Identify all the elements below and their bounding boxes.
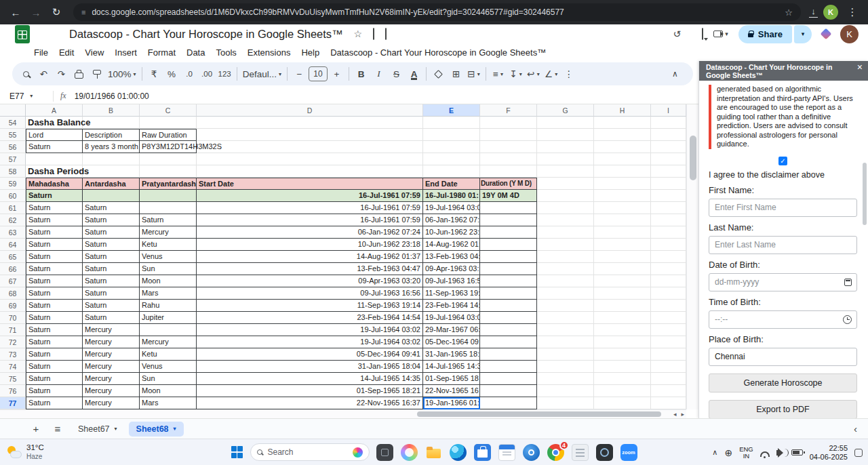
all-sheets-button[interactable]: ≡ xyxy=(49,423,66,434)
clock-icon[interactable] xyxy=(843,315,852,324)
cell-B76[interactable]: Mercury xyxy=(83,385,140,397)
cell-C64[interactable]: Ketu xyxy=(140,239,197,251)
cell-C73[interactable]: Ketu xyxy=(140,348,197,361)
bold-button[interactable]: B xyxy=(353,65,370,83)
cell-H68[interactable] xyxy=(594,287,651,300)
row-header-56[interactable]: 56 xyxy=(0,141,26,153)
cell-H64[interactable] xyxy=(594,239,651,251)
last-name-input[interactable] xyxy=(709,236,857,254)
vertical-align-button[interactable]: ↧▾ xyxy=(507,65,524,83)
share-dropdown-button[interactable]: ▾ xyxy=(794,25,812,43)
cell-A67[interactable]: Saturn xyxy=(26,275,83,287)
italic-button[interactable]: I xyxy=(370,65,387,83)
cell-F70[interactable] xyxy=(480,312,537,324)
cell-C58[interactable] xyxy=(140,165,197,178)
cell-G63[interactable] xyxy=(537,226,594,239)
cell-F64[interactable] xyxy=(480,239,537,251)
cell-E68[interactable]: 11-Sep-1963 19: xyxy=(423,287,480,300)
cell-B69[interactable]: Saturn xyxy=(83,300,140,312)
cell-B66[interactable]: Saturn xyxy=(83,263,140,275)
cell-B64[interactable]: Saturn xyxy=(83,239,140,251)
cell-I57[interactable] xyxy=(651,153,686,165)
gemini-icon[interactable] xyxy=(821,28,832,40)
cell-C54[interactable] xyxy=(140,117,197,129)
cell-H60[interactable] xyxy=(594,190,651,202)
cell-E59[interactable]: End Date xyxy=(423,178,480,190)
cell-A59[interactable]: Mahadasha xyxy=(26,178,83,190)
cell-E65[interactable]: 13-Feb-1963 04: xyxy=(423,251,480,263)
cell-D76[interactable]: 01-Sep-1965 18:21 xyxy=(197,385,423,397)
cell-A63[interactable]: Saturn xyxy=(26,226,83,239)
cell-G59[interactable] xyxy=(537,178,594,190)
menu-datascoop-addon[interactable]: Datascoop - Chart Your Horoscope in Goog… xyxy=(325,45,551,60)
cell-G73[interactable] xyxy=(537,348,594,361)
vertical-scrollbar[interactable] xyxy=(686,104,698,409)
cell-A65[interactable]: Saturn xyxy=(26,251,83,263)
cell-D58[interactable] xyxy=(197,165,423,178)
cell-A58[interactable]: Dasha Periods xyxy=(26,165,83,178)
refresh-icon[interactable]: ↻ xyxy=(47,3,65,21)
currency-format-button[interactable]: ₹ xyxy=(146,65,163,83)
star-document-icon[interactable]: ☆ xyxy=(354,28,363,39)
paint-format-button[interactable] xyxy=(88,65,105,83)
menu-help[interactable]: Help xyxy=(296,45,325,60)
cell-E55[interactable] xyxy=(423,129,480,141)
cell-D59[interactable]: Start Date xyxy=(197,178,423,190)
name-box-dropdown-icon[interactable]: ▾ xyxy=(30,93,33,99)
cell-F56[interactable] xyxy=(480,141,537,153)
cell-E73[interactable]: 31-Jan-1965 18: xyxy=(423,348,480,361)
cell-A55[interactable]: Lord xyxy=(26,129,83,141)
agree-checkbox[interactable]: ✓ xyxy=(778,157,787,165)
cell-C69[interactable]: Rahu xyxy=(140,300,197,312)
cell-E75[interactable]: 01-Sep-1965 18 xyxy=(423,373,480,385)
row-header-65[interactable]: 65 xyxy=(0,251,26,263)
row-header-68[interactable]: 68 xyxy=(0,287,26,300)
row-header-60[interactable]: 60 xyxy=(0,190,26,202)
cell-B71[interactable]: Mercury xyxy=(83,324,140,336)
pinned-dark-icon[interactable] xyxy=(376,444,393,461)
cell-D64[interactable]: 10-Jun-1962 23:18 xyxy=(197,239,423,251)
edge-icon[interactable] xyxy=(450,444,467,461)
column-header-B[interactable]: B xyxy=(83,104,140,117)
cell-I61[interactable] xyxy=(651,202,686,214)
vertical-scrollbar-thumb[interactable] xyxy=(690,136,696,180)
cell-I69[interactable] xyxy=(651,300,686,312)
cell-F57[interactable] xyxy=(480,153,537,165)
row-header-57[interactable]: 57 xyxy=(0,153,26,165)
cell-I55[interactable] xyxy=(651,129,686,141)
cell-G76[interactable] xyxy=(537,385,594,397)
cell-I65[interactable] xyxy=(651,251,686,263)
cell-B56[interactable]: 8 years 3 month xyxy=(83,141,140,153)
cell-B59[interactable]: Antardasha xyxy=(83,178,140,190)
cell-I64[interactable] xyxy=(651,239,686,251)
notes-icon[interactable] xyxy=(572,444,589,461)
cell-A73[interactable]: Saturn xyxy=(26,348,83,361)
file-explorer-icon[interactable] xyxy=(425,444,442,461)
cell-I56[interactable] xyxy=(651,141,686,153)
cell-C59[interactable]: Pratyantardash xyxy=(140,178,197,190)
hidden-icons-chevron[interactable]: ∧ xyxy=(712,448,717,457)
font-select[interactable]: Defaul...▾ xyxy=(241,65,283,83)
cell-C65[interactable]: Venus xyxy=(140,251,197,263)
row-header-63[interactable]: 63 xyxy=(0,226,26,239)
percent-format-button[interactable]: % xyxy=(163,65,180,83)
cell-G71[interactable] xyxy=(537,324,594,336)
cell-B77[interactable]: Mercury xyxy=(83,397,140,409)
row-header-71[interactable]: 71 xyxy=(0,324,26,336)
tab-sheet67-dropdown-icon[interactable]: ▾ xyxy=(115,426,117,432)
row-header-58[interactable]: 58 xyxy=(0,165,26,178)
cell-H70[interactable] xyxy=(594,312,651,324)
hide-controls-icon[interactable]: ∧ xyxy=(667,65,684,83)
cell-I54[interactable] xyxy=(651,117,686,129)
name-box[interactable]: E77 ▾ xyxy=(0,92,53,101)
cell-G68[interactable] xyxy=(537,287,594,300)
cell-A61[interactable]: Saturn xyxy=(26,202,83,214)
cell-A70[interactable]: Saturn xyxy=(26,312,83,324)
cell-A54[interactable]: Dasha Balance xyxy=(26,117,83,129)
cell-D68[interactable]: 09-Jul-1963 16:56 xyxy=(197,287,423,300)
cell-H56[interactable] xyxy=(594,141,651,153)
cell-H69[interactable] xyxy=(594,300,651,312)
cell-B57[interactable] xyxy=(83,153,140,165)
site-settings-icon[interactable]: ≡ xyxy=(81,8,85,16)
cell-D65[interactable]: 14-Aug-1962 01:37 xyxy=(197,251,423,263)
